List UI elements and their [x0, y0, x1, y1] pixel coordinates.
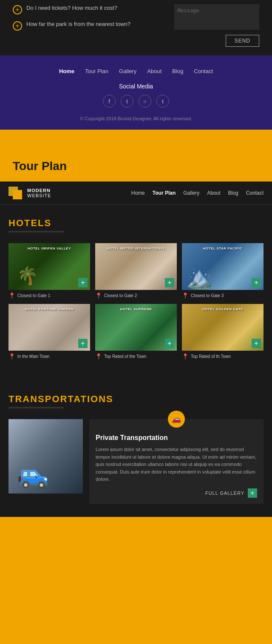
location-text-2: Closest to Gate 2 — [104, 293, 137, 298]
hotel-card-3[interactable]: HOTEL STAR PACIFIC + 📍 Closest to Gate 3 — [182, 243, 264, 299]
hotel-location-4: 📍 In the Main Town — [8, 353, 90, 360]
nav-home[interactable]: Home — [131, 190, 145, 196]
page-nav-links: Home Tour Plan Gallery About Blog Contac… — [64, 190, 264, 196]
hotel-image-1: HOTEL GRIFEN VALLEY + — [8, 243, 90, 290]
nav-contact[interactable]: Contact — [246, 190, 264, 196]
hotel-card-2[interactable]: HOTEL METRO INTERNATIONAL + 📍 Closest to… — [95, 243, 177, 299]
faq-icon-1[interactable]: + — [13, 5, 22, 14]
hotel-name-2: HOTEL METRO INTERNATIONAL — [95, 247, 177, 250]
tour-plan-page: MODERN WEBSITE Home Tour Plan Gallery Ab… — [0, 182, 272, 517]
hotel-location-6: 📍 Top Rated of th Town — [182, 353, 264, 360]
faq-item-1: + Do I need tickets? How much it cost? — [13, 4, 166, 14]
hotels-heading: HOTELS — [8, 218, 264, 229]
full-gallery-button[interactable]: FULL GALLERY + — [96, 488, 257, 498]
transport-title: Private Transportation — [96, 434, 257, 442]
facebook-icon[interactable]: f — [103, 95, 116, 108]
hotel-name-5: HOTEL SUPREME — [95, 307, 177, 311]
social-icons-row: f t ○ t — [8, 95, 264, 108]
instagram-icon[interactable]: ○ — [139, 95, 151, 108]
faq-questions: + Do I need tickets? How much it cost? +… — [13, 4, 166, 47]
copyright-text: © Copyright 2018 Brooid Designer. All ri… — [8, 116, 264, 121]
transportations-underline — [8, 407, 64, 409]
footer-link-about[interactable]: About — [147, 68, 162, 74]
location-pin-6: 📍 — [182, 353, 189, 360]
hotel-grid: HOTEL GRIFEN VALLEY + 📍 Closest to Gate … — [8, 243, 264, 360]
contact-form: SEND — [174, 4, 259, 47]
hotel-plus-2[interactable]: + — [165, 278, 174, 287]
hotel-name-3: HOTEL STAR PACIFIC — [182, 247, 264, 250]
hotel-card-1[interactable]: HOTEL GRIFEN VALLEY + 📍 Closest to Gate … — [8, 243, 90, 299]
hotel-plus-3[interactable]: + — [252, 278, 261, 287]
transport-info: 🚗 Private Transportation Lorem ipsum dol… — [89, 419, 264, 504]
nav-blog[interactable]: Blog — [228, 190, 238, 196]
footer-nav: Home Tour Plan Gallery About Blog Contac… — [0, 55, 272, 130]
logo: MODERN WEBSITE — [8, 187, 51, 199]
faq-text-1: Do I need tickets? How much it cost? — [26, 4, 117, 12]
hotel-image-4: HOTEL FORTUNE GARDEN + — [8, 304, 90, 351]
hotel-location-2: 📍 Closest to Gate 2 — [95, 292, 177, 299]
transport-icon-circle: 🚗 — [168, 411, 185, 428]
footer-link-home[interactable]: Home — [59, 68, 74, 74]
hotel-image-2: HOTEL METRO INTERNATIONAL + — [95, 243, 177, 290]
location-text-4: In the Main Town — [17, 354, 49, 359]
location-pin-5: 📍 — [95, 353, 102, 360]
hotel-plus-6[interactable]: + — [252, 339, 261, 348]
footer-link-gallery[interactable]: Gallery — [119, 68, 136, 74]
full-gallery-label: FULL GALLERY — [205, 491, 244, 496]
hotel-card-6[interactable]: HOTEL GOLDEN GATE + 📍 Top Rated of th To… — [182, 304, 264, 360]
hotel-plus-5[interactable]: + — [165, 339, 174, 348]
footer-nav-links: Home Tour Plan Gallery About Blog Contac… — [8, 68, 264, 74]
send-button[interactable]: SEND — [226, 35, 259, 47]
hotel-location-3: 📍 Closest to Gate 3 — [182, 292, 264, 299]
hotel-plus-4[interactable]: + — [78, 339, 88, 348]
hotel-image-3: HOTEL STAR PACIFIC + — [182, 243, 264, 290]
location-text-3: Closest to Gate 3 — [191, 293, 224, 298]
tumblr-icon[interactable]: t — [156, 95, 169, 108]
car-icon: 🚙 — [17, 459, 49, 489]
location-pin-4: 📍 — [8, 353, 15, 360]
location-pin-3: 📍 — [182, 292, 189, 299]
hotels-section: HOTELS HOTEL GRIFEN VALLEY + 📍 Closest t… — [0, 205, 272, 381]
hotel-name-4: HOTEL FORTUNE GARDEN — [8, 307, 90, 311]
logo-text: MODERN WEBSITE — [27, 188, 51, 198]
gallery-plus-icon[interactable]: + — [248, 488, 257, 498]
faq-text-2: How far the park is from the nearest tow… — [26, 20, 130, 28]
hotels-underline — [8, 231, 64, 233]
hotel-plus-1[interactable]: + — [78, 278, 88, 287]
hotel-location-5: 📍 Top Rated of the Town — [95, 353, 177, 360]
nav-tour-plan[interactable]: Tour Plan — [153, 190, 176, 196]
hotel-name-1: HOTEL GRIFEN VALLEY — [8, 247, 90, 250]
transport-card: 🚙 🚗 Private Transportation Lorem ipsum d… — [8, 419, 264, 504]
footer-link-tourplan[interactable]: Tour Plan — [85, 68, 108, 74]
logo-name: MODERN — [27, 188, 51, 193]
tour-plan-page-title: Tour Plan — [13, 159, 259, 173]
logo-icon — [8, 187, 24, 199]
footer-link-blog[interactable]: Blog — [172, 68, 183, 74]
tour-plan-title-section: Tour Plan — [0, 155, 272, 182]
location-text-5: Top Rated of the Town — [104, 354, 146, 359]
logo-sub: WEBSITE — [27, 193, 51, 198]
transport-description: Lorem ipsum dolor sit amet, consectetur … — [96, 446, 257, 483]
hotel-name-6: HOTEL GOLDEN GATE — [182, 307, 264, 311]
hotel-card-5[interactable]: HOTEL SUPREME + 📍 Top Rated of the Town — [95, 304, 177, 360]
hotel-card-4[interactable]: HOTEL FORTUNE GARDEN + 📍 In the Main Tow… — [8, 304, 90, 360]
location-pin-2: 📍 — [95, 292, 102, 299]
transportations-section: TRANSPORTATIONS 🚙 🚗 Private Transportati… — [0, 381, 272, 517]
hotel-image-6: HOTEL GOLDEN GATE + — [182, 304, 264, 351]
twitter-icon[interactable]: t — [121, 95, 133, 108]
location-pin-1: 📍 — [8, 292, 15, 299]
footer-link-contact[interactable]: Contact — [194, 68, 213, 74]
nav-gallery[interactable]: Gallery — [183, 190, 199, 196]
transport-image: 🚙 — [8, 419, 83, 494]
social-media-title: Social Media — [8, 83, 264, 90]
hotel-image-5: HOTEL SUPREME + — [95, 304, 177, 351]
location-text-6: Top Rated of th Town — [191, 354, 231, 359]
faq-item-2: + How far the park is from the nearest t… — [13, 20, 166, 31]
hotel-location-1: 📍 Closest to Gate 1 — [8, 292, 90, 299]
faq-section: + Do I need tickets? How much it cost? +… — [0, 0, 272, 55]
car-small-icon: 🚗 — [172, 414, 181, 424]
faq-icon-2[interactable]: + — [13, 21, 22, 31]
nav-about[interactable]: About — [207, 190, 220, 196]
message-input[interactable] — [174, 4, 259, 30]
page-nav: MODERN WEBSITE Home Tour Plan Gallery Ab… — [0, 182, 272, 205]
